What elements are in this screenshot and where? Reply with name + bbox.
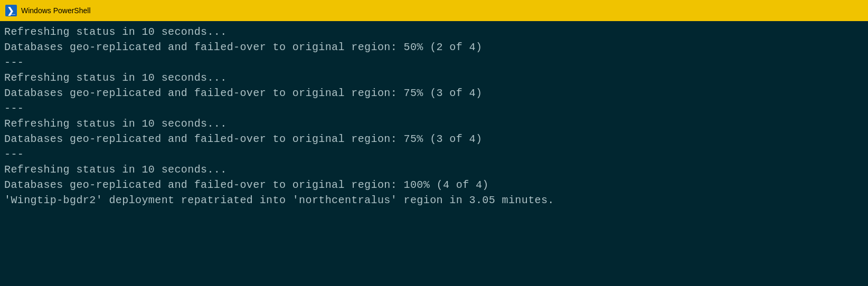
terminal-line: Databases geo-replicated and failed-over…	[4, 177, 864, 193]
powershell-window: ❯ _ Windows PowerShell Refreshing status…	[0, 0, 868, 286]
terminal-line: Refreshing status in 10 seconds...	[4, 116, 864, 131]
powershell-icon: ❯ _	[5, 5, 17, 16]
terminal-line: Refreshing status in 10 seconds...	[4, 70, 864, 85]
terminal-line: 'Wingtip-bgdr2' deployment repatriated i…	[4, 193, 864, 208]
title-bar[interactable]: ❯ _ Windows PowerShell	[0, 0, 868, 21]
svg-text:_: _	[10, 6, 16, 15]
terminal-line: Refreshing status in 10 seconds...	[4, 162, 864, 177]
terminal-line: ---	[4, 55, 864, 70]
terminal-line: Databases geo-replicated and failed-over…	[4, 85, 864, 101]
terminal-line: ---	[4, 101, 864, 116]
terminal-line: ---	[4, 147, 864, 162]
terminal-line: Databases geo-replicated and failed-over…	[4, 40, 864, 55]
terminal-line: Refreshing status in 10 seconds...	[4, 24, 864, 40]
terminal-line: Databases geo-replicated and failed-over…	[4, 131, 864, 147]
terminal-body[interactable]: Refreshing status in 10 seconds...Databa…	[0, 21, 868, 286]
title-bar-label: Windows PowerShell	[21, 6, 91, 15]
